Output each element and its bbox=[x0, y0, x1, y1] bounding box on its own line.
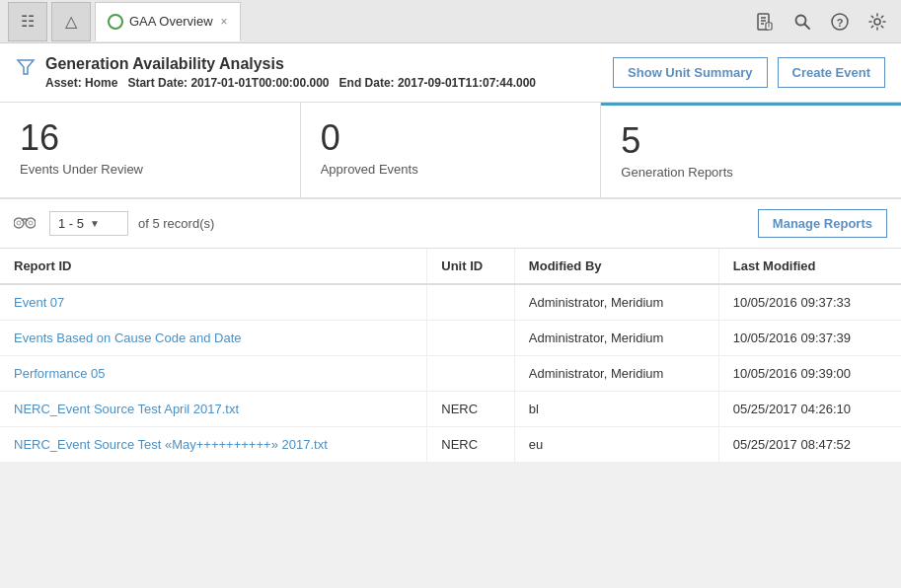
chevron-down-icon: ▼ bbox=[90, 218, 100, 229]
show-unit-summary-button[interactable]: Show Unit Summary bbox=[613, 57, 767, 88]
cell-last-modified: 05/25/2017 08:47:52 bbox=[718, 427, 901, 463]
gaa-overview-tab[interactable]: GAA Overview × bbox=[95, 2, 241, 41]
events-under-review-card: 16 Events Under Review bbox=[0, 103, 301, 197]
report-id-link[interactable]: Performance 05 bbox=[14, 366, 106, 381]
cell-unit-id bbox=[427, 321, 515, 356]
asset-label: Asset: bbox=[45, 76, 82, 90]
help-icon-button[interactable]: ? bbox=[824, 6, 856, 37]
cell-unit-id: NERC bbox=[427, 427, 515, 463]
table-row: NERC_Event Source Test April 2017.txtNER… bbox=[0, 392, 901, 427]
table-row: Event 07Administrator, Meridium10/05/201… bbox=[0, 284, 901, 321]
settings-icon bbox=[867, 12, 887, 32]
cell-modified-by: Administrator, Meridium bbox=[514, 356, 718, 392]
cell-unit-id bbox=[427, 284, 515, 321]
col-modified-by: Modified By bbox=[514, 249, 718, 284]
tab-bar: ☷ △ GAA Overview × bbox=[0, 0, 901, 43]
page-header: Generation Availability Analysis Asset: … bbox=[0, 43, 901, 103]
cell-modified-by: Administrator, Meridium bbox=[514, 284, 718, 321]
table-row: NERC_Event Source Test «May++++++++++» 2… bbox=[0, 427, 901, 463]
cell-unit-id: NERC bbox=[427, 392, 515, 427]
col-last-modified: Last Modified bbox=[718, 249, 901, 284]
record-count: of 5 record(s) bbox=[138, 216, 214, 231]
page-title: Generation Availability Analysis bbox=[45, 55, 536, 73]
header-metadata: Asset: Home Start Date: 2017-01-01T00:00… bbox=[45, 76, 536, 90]
end-value: 2017-09-01T11:07:44.000 bbox=[398, 76, 536, 90]
generation-reports-card: 5 Generation Reports bbox=[601, 103, 901, 197]
cell-modified-by: eu bbox=[514, 427, 718, 463]
asset-value: Home bbox=[85, 76, 117, 90]
table-header-row: Report ID Unit ID Modified By Last Modif… bbox=[0, 249, 901, 284]
grid-icon: ☷ bbox=[21, 12, 35, 31]
col-unit-id: Unit ID bbox=[427, 249, 515, 284]
search-icon bbox=[792, 12, 812, 32]
cell-modified-by: bl bbox=[514, 392, 718, 427]
generation-reports-label: Generation Reports bbox=[621, 165, 881, 180]
table-row: Performance 05Administrator, Meridium10/… bbox=[0, 356, 901, 392]
cell-modified-by: Administrator, Meridium bbox=[514, 321, 718, 356]
svg-point-11 bbox=[874, 19, 880, 25]
doc-icon bbox=[755, 12, 775, 32]
approved-events-card: 0 Approved Events bbox=[301, 103, 602, 197]
search-icon-button[interactable] bbox=[787, 6, 818, 37]
report-id-link[interactable]: Events Based on Cause Code and Date bbox=[14, 331, 242, 345]
triangle-tab-icon[interactable]: △ bbox=[51, 2, 91, 41]
end-label: End Date: bbox=[339, 76, 395, 90]
table-row: Events Based on Cause Code and DateAdmin… bbox=[0, 321, 901, 356]
filter-icon bbox=[16, 57, 36, 82]
table-controls: 1 - 5 ▼ of 5 record(s) Manage Reports bbox=[0, 199, 901, 249]
cell-report-id[interactable]: Event 07 bbox=[0, 284, 427, 321]
help-icon: ? bbox=[830, 12, 850, 32]
settings-icon-button[interactable] bbox=[862, 6, 893, 37]
table-header: Report ID Unit ID Modified By Last Modif… bbox=[0, 249, 901, 284]
events-under-review-count: 16 bbox=[20, 120, 280, 156]
cell-report-id[interactable]: NERC_Event Source Test «May++++++++++» 2… bbox=[0, 427, 427, 463]
pagination-dropdown[interactable]: 1 - 5 ▼ bbox=[49, 211, 128, 236]
pagination-value: 1 - 5 bbox=[58, 216, 84, 231]
generation-reports-count: 5 bbox=[621, 123, 881, 159]
svg-marker-12 bbox=[18, 60, 34, 74]
manage-reports-button[interactable]: Manage Reports bbox=[758, 209, 887, 238]
cell-unit-id bbox=[427, 356, 515, 392]
tab-label: GAA Overview bbox=[129, 14, 213, 29]
triangle-icon: △ bbox=[65, 12, 77, 31]
report-id-link[interactable]: NERC_Event Source Test April 2017.txt bbox=[14, 402, 239, 416]
report-id-link[interactable]: NERC_Event Source Test «May++++++++++» 2… bbox=[14, 437, 328, 452]
cell-last-modified: 05/25/2017 04:26:10 bbox=[718, 392, 901, 427]
header-title-block: Generation Availability Analysis Asset: … bbox=[45, 55, 536, 90]
reports-table: Report ID Unit ID Modified By Last Modif… bbox=[0, 249, 901, 463]
approved-events-count: 0 bbox=[321, 120, 581, 156]
doc-icon-button[interactable] bbox=[749, 6, 781, 37]
cell-last-modified: 10/05/2016 09:37:33 bbox=[718, 284, 901, 321]
cell-last-modified: 10/05/2016 09:39:00 bbox=[718, 356, 901, 392]
binoculars-icon bbox=[14, 214, 36, 234]
approved-events-label: Approved Events bbox=[321, 162, 581, 177]
create-event-button[interactable]: Create Event bbox=[778, 57, 885, 88]
report-id-link[interactable]: Event 07 bbox=[14, 295, 64, 310]
start-value: 2017-01-01T00:00:00.000 bbox=[190, 76, 329, 90]
grid-tab-icon[interactable]: ☷ bbox=[8, 2, 47, 41]
cell-report-id[interactable]: Events Based on Cause Code and Date bbox=[0, 321, 427, 356]
svg-line-8 bbox=[805, 24, 810, 29]
cell-report-id[interactable]: Performance 05 bbox=[0, 356, 427, 392]
tab-close-button[interactable]: × bbox=[221, 15, 228, 29]
events-under-review-label: Events Under Review bbox=[20, 162, 280, 177]
cell-last-modified: 10/05/2016 09:37:39 bbox=[718, 321, 901, 356]
col-report-id: Report ID bbox=[0, 249, 427, 284]
svg-point-15 bbox=[17, 221, 21, 225]
start-label: Start Date: bbox=[127, 76, 188, 90]
svg-point-16 bbox=[29, 221, 33, 225]
cell-report-id[interactable]: NERC_Event Source Test April 2017.txt bbox=[0, 392, 427, 427]
tab-spinner-icon bbox=[108, 14, 123, 30]
toolbar-actions: ? bbox=[749, 6, 893, 37]
summary-cards: 16 Events Under Review 0 Approved Events… bbox=[0, 103, 901, 199]
table-body: Event 07Administrator, Meridium10/05/201… bbox=[0, 284, 901, 463]
header-buttons: Show Unit Summary Create Event bbox=[613, 57, 885, 88]
svg-text:?: ? bbox=[837, 16, 844, 28]
header-left: Generation Availability Analysis Asset: … bbox=[16, 55, 536, 90]
